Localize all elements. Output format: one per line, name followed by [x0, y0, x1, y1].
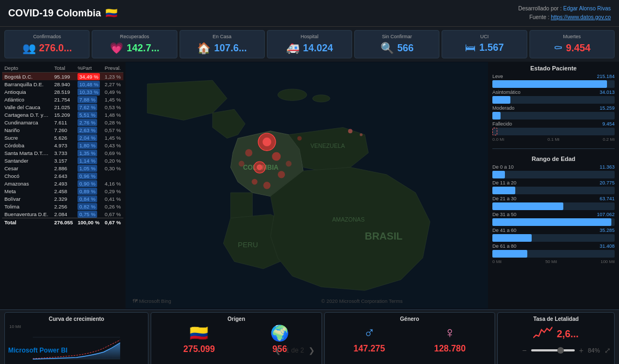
zoom-plus-button[interactable]: +	[579, 346, 584, 355]
table-row[interactable]: Valle del Cauca21.0257,62 %0,53 %	[2, 103, 123, 111]
nav-next-button[interactable]: ❯	[308, 346, 315, 355]
table-total-pct: 100,00 %	[75, 218, 103, 226]
footer-nav: ❮ 1 de 2 ❯	[275, 346, 314, 355]
table-cell-total: 2.329	[52, 195, 75, 202]
stat-icon-recuperados: 💗	[110, 41, 123, 55]
growth-axis: 10 Mil	[9, 324, 144, 329]
female-icon: ♀	[444, 324, 456, 342]
zoom-slider[interactable]	[531, 349, 575, 351]
table-cell-total: 21.754	[52, 96, 75, 103]
table-cell-depto: Bogotá D.C.	[2, 73, 52, 81]
table-cell-pct: 0,82 %	[75, 202, 103, 210]
axis-2: 0.2 Mi	[603, 137, 615, 142]
table-cell-depto: Bolívar	[2, 195, 52, 202]
bar-label: De 41 a 60 35.285	[492, 228, 615, 233]
bar-track	[492, 218, 615, 226]
lethality-card: Tasa de Letalidad 2,6...	[497, 312, 615, 364]
table-row[interactable]: Antioquia28.51910,33 %0,49 %	[2, 88, 123, 96]
table-cell-pct: 0,96 %	[75, 172, 103, 180]
svg-point-20	[348, 129, 353, 133]
table-row[interactable]: Sucre5.6262,04 %1,45 %	[2, 134, 123, 141]
bar-track	[492, 187, 615, 194]
age-axis-0: 0 Mil	[492, 259, 502, 264]
age-range-section: Rango de Edad De 0 a 10 11.363 De 11 a 2…	[492, 156, 615, 264]
table-cell-prev: 0,69 %	[103, 149, 123, 157]
origin-item-colombia: 🇨🇴 275.099	[183, 324, 215, 354]
table-row[interactable]: Nariño7.2602,63 %0,57 %	[2, 126, 123, 134]
table-row[interactable]: Atlántico21.7547,88 %1,45 %	[2, 96, 123, 103]
source-url[interactable]: https://www.datos.gov.co	[551, 14, 611, 20]
table-cell-depto: Cartagena D.T. y C.	[2, 111, 52, 118]
table-row[interactable]: Barranquilla D.E.28.94010,48 %2,27 %	[2, 80, 123, 88]
table-cell-prev: 0,20 %	[103, 157, 123, 164]
table-cell-total: 2.643	[52, 172, 75, 180]
table-row[interactable]: Amazonas2.4930,90 %4,16 %	[2, 180, 123, 187]
bar-label: Moderado 15.259	[492, 105, 615, 111]
stat-encasa: En Casa 🏠 107.6...	[180, 30, 265, 58]
table-cell-prev: 0,29 %	[103, 187, 123, 195]
table-row[interactable]: Meta2.4580,89 %0,29 %	[2, 187, 123, 195]
stats-row: Confirmados 👥 276.0... Recuperados 💗 142…	[0, 27, 619, 62]
table-total-total: 276.055	[52, 218, 75, 226]
stat-icon-confirmados: 👥	[22, 41, 36, 55]
table-row[interactable]: Cartagena D.T. y C.15.2095,51 %1,48 %	[2, 111, 123, 118]
table-row[interactable]: Cundinamarca7.6112,76 %0,28 %	[2, 118, 123, 126]
age-axis: 0 Mil 50 Mil 100 Mil	[492, 259, 615, 264]
table-row[interactable]: Santander3.1571,14 %0,20 %	[2, 157, 123, 164]
nav-prev-button[interactable]: ❮	[275, 346, 281, 355]
bar-track	[492, 234, 615, 242]
stat-value-uci: 1.567	[479, 42, 504, 53]
axis-1: 0.1 Mi	[547, 137, 560, 142]
patient-state-section: Estado Paciente Leve 215.184 Asintomátic…	[492, 65, 615, 142]
stat-sinconfirmar: Sin Confirmar 🔍 566	[354, 30, 439, 58]
table-row[interactable]: Chocó2.6430,96 %	[2, 172, 123, 180]
svg-point-13	[278, 171, 285, 178]
source-label: Fuente :	[529, 14, 550, 20]
bar-label: De 0 a 10 11.363	[492, 164, 615, 170]
table-cell-depto: Cundinamarca	[2, 118, 52, 126]
svg-point-9	[263, 138, 271, 146]
table-row[interactable]: Buenaventura D.E.2.0840,75 %0,67 %	[2, 210, 123, 218]
patient-bar-fallecido: Fallecido 9.454	[492, 121, 615, 135]
lethality-chart-icon	[533, 324, 552, 341]
age-bar-De 41 a 60: De 41 a 60 35.285	[492, 228, 615, 242]
stat-label-sinconfirmar: Sin Confirmar	[382, 34, 412, 39]
table-cell-total: 2.084	[52, 210, 75, 218]
zoom-minus-button[interactable]: −	[522, 346, 527, 355]
svg-point-18	[263, 182, 270, 189]
map-area: BRASIL COLOMBIA VENEZUELA PERU AMAZONAS	[126, 62, 488, 309]
table-cell-pct: 10,33 %	[75, 88, 103, 96]
bar-track	[492, 250, 615, 258]
table-row[interactable]: Bogotá D.C.95.19934,49 %1,23 %	[2, 73, 123, 81]
gender-card: Género ♂ 147.275 ♀ 128.780	[324, 312, 495, 364]
age-bar-De 61 a 80: De 61 a 80 31.408	[492, 243, 615, 258]
table-row[interactable]: Tolima2.2560,82 %0,26 %	[2, 202, 123, 210]
table-cell-pct: 34,49 %	[75, 73, 103, 81]
growth-axis-10mil: 10 Mil	[9, 324, 21, 329]
stat-icon-sinconfirmar: 🔍	[380, 41, 394, 55]
svg-point-2	[313, 95, 330, 102]
data-table: Depto Total %Part Preval. Bogotá D.C.95.…	[2, 64, 123, 226]
table-row[interactable]: Córdoba4.9731,80 %0,43 %	[2, 141, 123, 149]
table-row[interactable]: Bolívar2.3290,84 %0,41 %	[2, 195, 123, 202]
table-total-prev: 0,67 %	[103, 218, 123, 226]
table-cell-total: 28.519	[52, 88, 75, 96]
svg-point-1	[278, 89, 307, 100]
gender-items: ♂ 147.275 ♀ 128.780	[329, 324, 490, 354]
age-bar-De 21 a 30: De 21 a 30 63.741	[492, 196, 615, 210]
table-cell-pct: 2,04 %	[75, 134, 103, 141]
growth-card: Curva de crecimiento 10 Mil	[4, 312, 148, 364]
table-cell-depto: Buenaventura D.E.	[2, 210, 52, 218]
origin-title: Origen	[156, 316, 317, 322]
table-cell-total: 2.458	[52, 187, 75, 195]
table-cell-total: 3.157	[52, 157, 75, 164]
table-row[interactable]: Cesar2.8861,05 %0,30 %	[2, 164, 123, 172]
table-cell-total: 2.493	[52, 180, 75, 187]
fullscreen-icon[interactable]: ⤢	[604, 346, 611, 355]
patient-bar-asintomático: Asintomático 34.013	[492, 89, 615, 104]
stat-hospital: Hospital 🚑 14.024	[267, 30, 352, 58]
table-row[interactable]: Santa Marta D.T. y C.3.7331,35 %0,69 %	[2, 149, 123, 157]
divider	[492, 148, 615, 149]
patient-bar-moderado: Moderado 15.259	[492, 105, 615, 120]
table-cell-depto: Valle del Cauca	[2, 103, 52, 111]
